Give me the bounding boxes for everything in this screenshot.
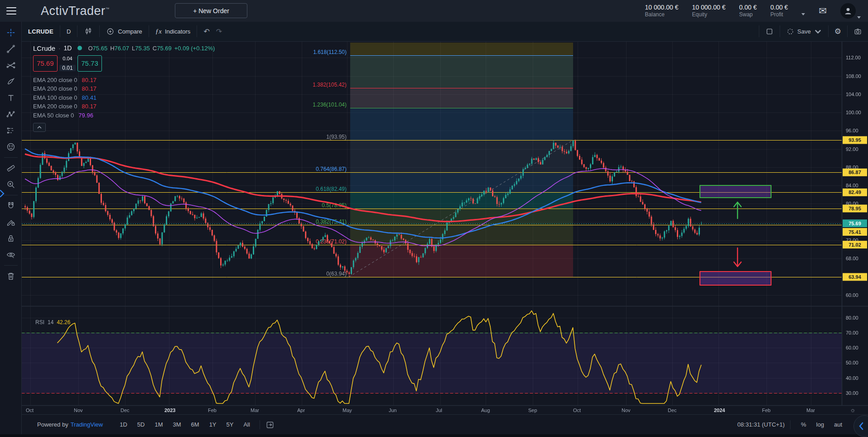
ruler-tool[interactable] (3, 160, 19, 176)
profit-dropdown-chevron-icon[interactable] (801, 13, 805, 15)
redo-icon[interactable]: ↷ (216, 27, 222, 36)
range-button[interactable]: 1Y (205, 419, 221, 430)
hide-all-tool[interactable] (3, 247, 19, 262)
indicator-legend-rows: EMA 200 close 0 80.17 EMA 200 close 0 80… (33, 76, 215, 120)
chart-legend: LCrude · 1D O75.65 H76.07 L75.35 C75.69 … (33, 44, 215, 132)
footer-divider (260, 420, 260, 429)
rsi-label: RSI (35, 319, 44, 325)
footer-divider (790, 420, 791, 429)
ema-legend-row[interactable]: EMA 200 close 0 80.17 (33, 84, 215, 93)
indicators-button[interactable]: ƒx Indicators (149, 25, 198, 37)
stat-label: Balance (645, 11, 679, 18)
powered-by: Powered by TradingView (37, 421, 103, 428)
text-tool[interactable] (3, 90, 19, 106)
change-value: +0.09 (+0.12%) (174, 45, 215, 52)
ema-label: EMA 100 close 0 (33, 93, 77, 102)
main-area: LCRUDE D Compare ƒx Indicators ↶ ↷ (0, 22, 868, 434)
range-button[interactable]: 1M (150, 419, 167, 430)
trademark: ™ (106, 7, 110, 11)
indicators-fx-icon: ƒx (155, 28, 162, 35)
range-button[interactable]: 5Y (222, 419, 238, 430)
auto-scale-button[interactable]: aut (829, 421, 847, 428)
account-menu[interactable] (840, 3, 861, 19)
undo-icon[interactable]: ↶ (203, 27, 209, 36)
log-scale-button[interactable]: log (811, 421, 829, 428)
buy-price-button[interactable]: 75.73 (77, 55, 102, 72)
avatar-icon[interactable] (840, 3, 856, 19)
camera-snapshot-icon[interactable] (847, 25, 868, 37)
compare-button[interactable]: Compare (100, 25, 149, 37)
theme-sun-icon[interactable]: ☼ (850, 406, 856, 413)
hamburger-icon[interactable] (6, 7, 16, 15)
avatar-dropdown-chevron-icon[interactable] (857, 16, 861, 19)
ema-legend-row[interactable]: EMA 50 close 0 79.96 (33, 111, 215, 120)
ohlc-values: O75.65 H76.07 L75.35 C75.69 +0.09 (+0.12… (88, 45, 215, 52)
rsi-value: 42.26 (57, 319, 70, 325)
account-stat: 0.00 € Profit (770, 4, 788, 19)
app-header: ActivTrader™ + New Order 10 000.00 € Bal… (0, 0, 868, 22)
rsi-period: 14 (48, 319, 53, 325)
range-button[interactable]: 1D (116, 419, 131, 430)
legend-symbol[interactable]: LCrude (33, 44, 55, 52)
legend-interval[interactable]: 1D (64, 44, 72, 52)
range-button[interactable]: 3M (169, 419, 185, 430)
percent-scale-button[interactable]: % (796, 421, 811, 428)
ema-legend-row[interactable]: EMA 200 close 0 80.17 (33, 76, 215, 85)
pattern-tool[interactable] (3, 107, 19, 122)
ema-value: 80.17 (82, 102, 97, 111)
emoji-tool[interactable] (3, 139, 19, 155)
chevron-up-icon (37, 126, 42, 129)
settings-gear-icon[interactable]: ⚙ (828, 25, 847, 37)
account-stat: 10 000.00 € Balance (645, 4, 679, 19)
account-stat: 10 000.00 € Equity (692, 4, 726, 19)
toolbar-separator (4, 195, 18, 195)
stat-label: Equity (692, 11, 726, 18)
interval-selector[interactable]: D (60, 25, 77, 37)
draw-lock-tool[interactable] (3, 214, 19, 230)
brush-tool[interactable] (3, 74, 19, 89)
fib-tool[interactable] (3, 58, 19, 73)
ema-legend-row[interactable]: EMA 200 close 0 80.17 (33, 102, 215, 111)
spread-indicator: 0.04 0.01 (58, 55, 77, 72)
mail-icon[interactable]: ✉ (819, 5, 827, 16)
market-status-dot (77, 46, 82, 50)
activtrader-app: { "header": { "logo": "ActivTrader", "lo… (0, 0, 868, 437)
chart-toolbar: LCRUDE D Compare ƒx Indicators ↶ ↷ (22, 22, 868, 42)
trendline-tool[interactable] (3, 41, 19, 57)
layout-icon[interactable] (759, 25, 780, 37)
delete-tool[interactable] (3, 268, 19, 284)
stat-value: 0.00 € (739, 4, 757, 12)
stat-label: Swap (739, 11, 757, 18)
symbol-search[interactable]: LCRUDE (22, 25, 60, 37)
compare-plus-icon (106, 27, 115, 36)
account-stat: 0.00 € Swap (739, 4, 757, 19)
ema-legend-row[interactable]: EMA 100 close 0 80.41 (33, 93, 215, 102)
stat-value: 10 000.00 € (645, 4, 679, 12)
chart-footer: Powered by TradingView 1D5D1M3M6M1Y5YAll… (22, 414, 868, 434)
ema-label: EMA 200 close 0 (33, 76, 77, 85)
cloud-save-icon (786, 27, 795, 36)
save-layout-button[interactable]: Save (780, 25, 828, 37)
range-button[interactable]: 5D (133, 419, 149, 430)
left-panel-expander-chevron-icon[interactable] (0, 189, 5, 199)
lock-all-tool[interactable] (3, 231, 19, 246)
rsi-legend[interactable]: RSI 14 42.26 (35, 319, 70, 325)
sell-price-button[interactable]: 75.69 (33, 55, 58, 72)
stat-value: 10 000.00 € (692, 4, 726, 12)
range-button[interactable]: All (239, 419, 254, 430)
go-to-date-icon[interactable] (265, 420, 275, 429)
app-logo: ActivTrader™ (41, 4, 110, 18)
crosshair-tool[interactable] (3, 25, 19, 40)
ema-value: 80.17 (82, 76, 97, 85)
range-button[interactable]: 6M (187, 419, 203, 430)
magnet-tool[interactable] (3, 198, 19, 214)
ema-value: 80.41 (82, 93, 97, 102)
chart-style-candles-icon[interactable] (77, 25, 100, 37)
account-stats: 10 000.00 € Balance 10 000.00 € Equity 0… (645, 3, 868, 19)
zoom-in-tool[interactable] (3, 177, 19, 192)
new-order-button[interactable]: + New Order (175, 3, 247, 18)
legend-collapse-button[interactable] (33, 123, 46, 132)
forecast-tool[interactable] (3, 123, 19, 138)
tradingview-link[interactable]: TradingView (71, 421, 103, 428)
clock[interactable]: 08:31:31 (UTC+1) (738, 421, 785, 428)
